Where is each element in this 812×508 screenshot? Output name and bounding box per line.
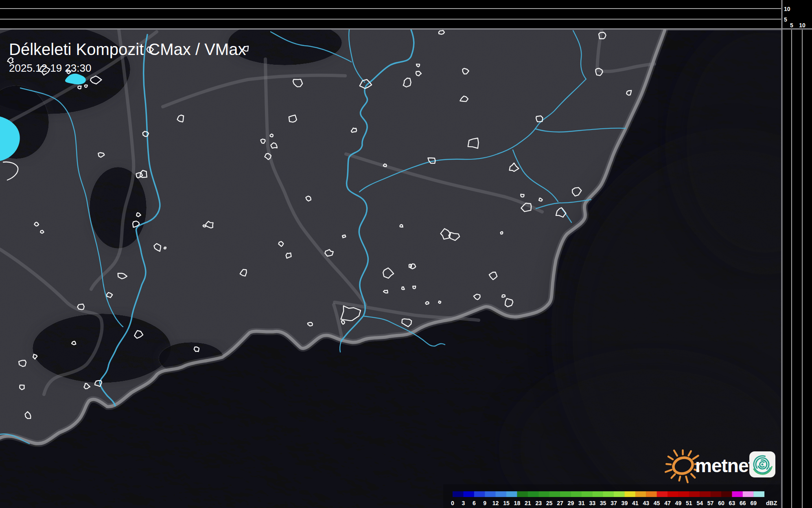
sun-ray-icon	[666, 464, 671, 464]
colorbar-tick-label: 31	[578, 500, 585, 506]
page-title: Délkeleti Kompozit CMax / VMax	[9, 40, 246, 58]
colorbar-cell	[614, 491, 625, 497]
colorbar-cell	[582, 491, 593, 497]
radar-composite-svg: Délkeleti Kompozit CMax / VMax 2025.12.1…	[0, 0, 812, 508]
colorbar-tick-label: 18	[514, 500, 521, 506]
colorbar-cell	[496, 491, 507, 497]
colorbar-tick-label: 35	[600, 500, 606, 506]
colorbar-cell	[485, 491, 496, 497]
spiral-icon-center	[762, 464, 764, 466]
colorbar-cell	[592, 491, 603, 497]
colorbar-tick-label: 54	[696, 500, 703, 506]
colorbar-tick-label: 57	[707, 500, 714, 506]
colorbar-cell	[646, 491, 657, 497]
colorbar-tick-label: 37	[611, 500, 617, 506]
colorbar-cell	[603, 491, 614, 497]
colorbar-tick-label: 21	[525, 500, 531, 506]
height-scale-label: 5	[790, 22, 793, 29]
colorbar-cell	[689, 491, 700, 497]
colorbar-cell	[700, 491, 711, 497]
colorbar-tick-label: 6	[473, 500, 476, 506]
colorbar-cell	[721, 491, 732, 497]
colorbar-cell	[549, 491, 560, 497]
timestamp: 2025.12.19 23:30	[9, 62, 91, 74]
colorbar-tick-label: 12	[492, 500, 499, 506]
colorbar-cell	[571, 491, 582, 497]
colorbar-cell	[560, 491, 571, 497]
colorbar-tick-label: 25	[546, 500, 553, 506]
colorbar-tick-label: 49	[675, 500, 682, 506]
colorbar-tick-label: 45	[654, 500, 660, 506]
colorbar-cell	[753, 491, 764, 497]
sun-ray-icon	[679, 477, 681, 481]
colorbar-cell	[732, 491, 743, 497]
colorbar-cell	[517, 491, 528, 497]
colorbar-tick-label: 9	[483, 500, 486, 506]
colorbar-tick-label: 23	[535, 500, 542, 506]
colorbar-tick-label: 43	[643, 500, 649, 506]
radar-viewer: Délkeleti Kompozit CMax / VMax 2025.12.1…	[0, 0, 812, 508]
colorbar-tick-label: 0	[451, 500, 454, 506]
logo-wordmark: metnet	[695, 455, 754, 476]
dbz-colorbar: 0369121518212325272931333537394143454749…	[443, 484, 780, 508]
colorbar-cell	[657, 491, 668, 497]
colorbar-tick-label: 69	[750, 500, 757, 506]
colorbar-tick-label: 66	[740, 500, 746, 506]
colorbar-tick-label: 41	[632, 500, 639, 506]
colorbar-cell	[538, 491, 549, 497]
height-scale-label: 5	[784, 16, 787, 23]
colorbar-cell	[635, 491, 646, 497]
colorbar-cell	[453, 491, 464, 497]
colorbar-tick-label: 39	[622, 500, 628, 506]
map-grain	[0, 29, 782, 508]
colorbar-tick-label: 27	[557, 500, 563, 506]
colorbar-tick-label: 33	[589, 500, 595, 506]
colorbar-tick-label: 63	[729, 500, 735, 506]
height-scale-label: 10	[799, 22, 805, 29]
colorbar-tick-label: 51	[686, 500, 692, 506]
colorbar-cell	[743, 491, 754, 497]
colorbar-cell	[668, 491, 678, 497]
colorbar-cell	[711, 491, 722, 497]
colorbar-cell	[624, 491, 635, 497]
colorbar-cell	[474, 491, 485, 497]
colorbar-tick-label: 3	[462, 500, 465, 506]
colorbar-cell	[528, 491, 539, 497]
height-scale-label: 10	[784, 6, 790, 12]
colorbar-tick-label: 47	[664, 500, 671, 506]
colorbar-cell	[678, 491, 689, 497]
colorbar-tick-label: 15	[503, 500, 510, 506]
colorbar-cell	[463, 491, 474, 497]
map-layer	[0, 20, 812, 508]
colorbar-tick-label: 29	[568, 500, 574, 506]
colorbar-unit-label: dBZ	[766, 500, 777, 506]
colorbar-cell	[506, 491, 517, 497]
colorbar-tick-label: 60	[718, 500, 724, 506]
